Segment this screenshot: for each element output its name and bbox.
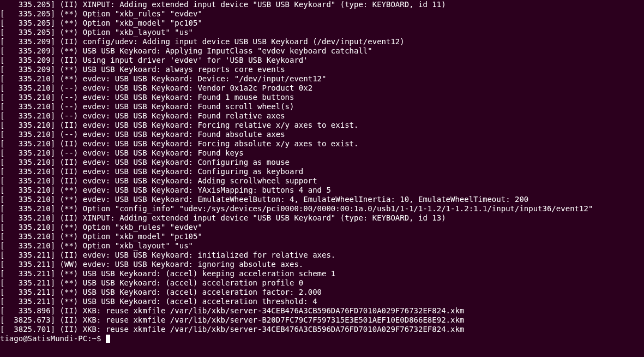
log-line: [ 335.210] (**) evdev: USB USB Keykoard:… <box>0 186 642 195</box>
log-line: [ 335.210] (**) Option "xkb_rules" "evde… <box>0 223 642 232</box>
log-line: [ 335.211] (**) USB USB Keykoard: (accel… <box>0 278 642 288</box>
log-line: [ 335.210] (II) XINPUT: Adding extended … <box>0 213 642 223</box>
log-line: [ 335.210] (--) evdev: USB USB Keykoard:… <box>0 102 642 111</box>
log-line: [ 335.210] (**) Option "xkb_layout" "us" <box>0 241 642 251</box>
prompt-line[interactable]: tiago@SatisMundi-PC:~$ <box>0 334 642 343</box>
log-line: [ 335.210] (II) evdev: USB USB Keykoard:… <box>0 176 642 186</box>
log-line: [ 335.211] (**) USB USB Keykoard: (accel… <box>0 269 642 278</box>
log-line: [ 335.210] (--) evdev: USB USB Keykoard:… <box>0 111 642 121</box>
cursor-block <box>106 335 110 343</box>
log-line: [ 335.205] (**) Option "xkb_rules" "evde… <box>0 9 642 19</box>
log-line: [ 335.210] (**) Option "config_info" "ud… <box>0 204 642 213</box>
log-line: [ 335.210] (II) evdev: USB USB Keykoard:… <box>0 158 642 167</box>
terminal-output[interactable]: 335.205] (II) XINPUT: Adding extended in… <box>0 0 644 357</box>
log-line: [ 335.211] (**) USB USB Keykoard: (accel… <box>0 288 642 297</box>
log-line: [ 335.210] (II) evdev: USB USB Keykoard:… <box>0 167 642 176</box>
prompt-text: tiago@SatisMundi-PC:~$ <box>0 334 106 343</box>
log-line: [ 335.210] (II) evdev: USB USB Keykoard:… <box>0 121 642 130</box>
log-line: [ 335.210] (**) evdev: USB USB Keykoard:… <box>0 74 642 84</box>
log-line: [ 335.211] (**) USB USB Keykoard: (accel… <box>0 297 642 306</box>
log-line: [ 335.896] (II) XKB: reuse xkmfile /var/… <box>0 306 642 316</box>
log-line: [ 335.209] (**) USB USB Keykoard: always… <box>0 65 642 74</box>
log-line: [ 3825.701] (II) XKB: reuse xkmfile /var… <box>0 325 642 334</box>
log-line: [ 3825.673] (II) XKB: reuse xkmfile /var… <box>0 316 642 325</box>
log-line: [ 335.210] (II) evdev: USB USB Keykoard:… <box>0 139 642 148</box>
log-line: 335.205] (II) XINPUT: Adding extended in… <box>0 0 642 9</box>
log-line: [ 335.210] (**) evdev: USB USB Keykoard:… <box>0 195 642 204</box>
log-line: [ 335.209] (II) config/udev: Adding inpu… <box>0 37 642 46</box>
log-line: [ 335.209] (**) USB USB Keykoard: Applyi… <box>0 46 642 56</box>
log-line: [ 335.209] (II) Using input driver 'evde… <box>0 56 642 65</box>
log-line: [ 335.210] (--) evdev: USB USB Keykoard:… <box>0 148 642 158</box>
log-line: [ 335.210] (**) Option "xkb_model" "pc10… <box>0 232 642 241</box>
log-line: [ 335.211] (II) evdev: USB USB Keykoard:… <box>0 251 642 260</box>
log-line: [ 335.210] (--) evdev: USB USB Keykoard:… <box>0 93 642 102</box>
log-line: [ 335.210] (--) evdev: USB USB Keykoard:… <box>0 130 642 139</box>
log-line: [ 335.211] (WW) evdev: USB USB Keykoard:… <box>0 260 642 269</box>
log-line: [ 335.210] (--) evdev: USB USB Keykoard:… <box>0 84 642 93</box>
log-line: [ 335.205] (**) Option "xkb_model" "pc10… <box>0 19 642 28</box>
log-line: [ 335.205] (**) Option "xkb_layout" "us" <box>0 28 642 37</box>
